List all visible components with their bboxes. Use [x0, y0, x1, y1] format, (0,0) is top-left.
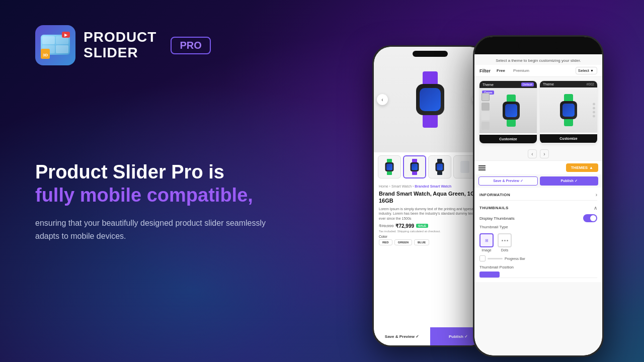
thumbnails-section: THUMBNAILS ∧ Display Thumbnails Thumbnai…: [479, 203, 597, 278]
filter-row: Filter Free Premium Select ▼: [474, 65, 602, 77]
thumb-type-dots[interactable]: Dots: [498, 233, 512, 252]
save-preview-button-left[interactable]: Save & Preview ✓: [374, 327, 430, 345]
3d-badge-text: 3D: [43, 53, 48, 57]
pro-badge: PRO: [171, 37, 210, 54]
phone-notch-left: [413, 51, 448, 57]
pb-checkbox[interactable]: [479, 255, 486, 261]
theme-card-2: Theme #002: [540, 81, 597, 143]
pb-bar-preview: [488, 258, 503, 259]
price-new: ₹72,999: [395, 223, 414, 229]
theme-preview-2: [540, 87, 597, 133]
price-old: ₹78,999: [379, 224, 393, 228]
panel-content: Select a theme to begin customizing your…: [474, 54, 602, 355]
customize-button-2[interactable]: Customize: [540, 134, 597, 143]
notch-pill: [518, 42, 558, 49]
information-row[interactable]: INFORMATION ›: [479, 190, 597, 200]
price-row: ₹78,999 ₹72,999 SALE: [379, 223, 481, 229]
color-blue[interactable]: BLUE: [414, 239, 429, 245]
chevron-down-icon: ›: [596, 192, 597, 198]
headline-purple: fully mobile compatible,: [35, 184, 267, 207]
themes-grid: Theme Default Zoom: [474, 77, 602, 147]
themes-button[interactable]: THEMES ▲: [566, 163, 598, 172]
toggle-thumb: [590, 215, 596, 221]
color-options: RED GREEN BLUE: [379, 239, 481, 245]
play-badge: ▶: [62, 32, 70, 38]
watch-hero: [416, 71, 444, 128]
default-badge: Default: [521, 82, 534, 86]
thumb-3[interactable]: [428, 155, 451, 178]
phone-notch-right: [474, 37, 602, 54]
pb-label: Progress Bar: [505, 257, 525, 260]
theme-preview-1: Zoom: [479, 88, 537, 133]
3d-badge: 3D: [41, 49, 50, 59]
product-desc: Lorem Ipsum is simply dummy text of the …: [379, 207, 481, 221]
information-label: INFORMATION: [479, 193, 510, 197]
color-green[interactable]: GREEN: [394, 239, 412, 245]
theme-side-dots: [593, 103, 595, 118]
theme-header-1: Theme Default: [479, 81, 537, 88]
thumbnails-title-row: THUMBNAILS ∧: [479, 203, 597, 212]
thumb-1[interactable]: [378, 155, 401, 178]
product-title: Brand Smart Watch, Aqua Green, 1GB 16GB: [379, 190, 481, 205]
theme-card-1: Theme Default Zoom: [479, 81, 537, 143]
phone-bottom-bar: Save & Preview ✓ Publish ✓: [374, 327, 487, 345]
thumb-type-dots-box: [498, 233, 512, 247]
position-selector[interactable]: [479, 272, 500, 278]
filter-label: Filter: [479, 68, 491, 73]
thumbnail-type-options: ⊞ Image: [479, 231, 597, 254]
filter-free[interactable]: Free: [495, 67, 507, 74]
display-thumbnails-row: Display Thumbnails: [479, 212, 597, 225]
thumb-type-image[interactable]: ⊞ Image: [479, 233, 494, 252]
chevron-up-icon: ▲: [589, 165, 593, 170]
color-row: Color RED GREEN BLUE: [379, 235, 481, 245]
header: ▶ 3D PRODUCT SLIDER PRO: [35, 25, 211, 65]
logo-title-group: PRODUCT SLIDER PRO: [84, 30, 211, 61]
pag-prev[interactable]: ‹: [528, 149, 537, 158]
app-title: PRODUCT SLIDER: [84, 30, 156, 61]
breadcrumb: Home › Smart Watch › Branded Smart Watch: [379, 185, 481, 188]
thumbnail-position-label: Thumbnail Position: [479, 265, 597, 269]
display-thumbnails-toggle[interactable]: [583, 214, 597, 222]
product-detail: Home › Smart Watch › Branded Smart Watch…: [374, 182, 487, 250]
slider-arrow-left[interactable]: ‹: [377, 94, 388, 105]
settings-panel: INFORMATION › THUMBNAILS ∧ Display Thumb…: [474, 188, 602, 282]
thumbnails-row: [374, 152, 487, 182]
customize-button-1[interactable]: Customize: [479, 135, 537, 143]
phone-right: Select a theme to begin customizing your…: [473, 35, 604, 357]
color-label: Color: [379, 235, 481, 238]
panel-top-text: Select a theme to begin customizing your…: [474, 54, 602, 65]
thumb-type-image-box: ⊞: [479, 233, 494, 247]
display-thumbnails-label: Display Thumbnails: [479, 216, 515, 221]
thumbnails-label: THUMBNAILS: [479, 206, 509, 210]
save-preview-button-right[interactable]: Save & Preview ✓: [478, 176, 538, 186]
publish-button-right[interactable]: Publish ✓: [540, 176, 598, 186]
thumb-2[interactable]: [403, 155, 426, 178]
select-chevron-icon: ▼: [590, 69, 594, 72]
main-content: Product Slider Pro is fully mobile compa…: [35, 161, 267, 242]
filter-select[interactable]: Select ▼: [576, 67, 597, 74]
subtext: ensuring that your beautifully designed …: [35, 217, 267, 242]
product-image-area: ‹ ›: [374, 47, 487, 152]
pag-next[interactable]: ›: [540, 149, 549, 158]
headline-white: Product Slider Pro is: [35, 161, 267, 184]
color-red[interactable]: RED: [379, 239, 392, 245]
tax-info: Tax included. Shipping calculated at che…: [379, 230, 481, 233]
pagination-row: ‹ ›: [474, 147, 602, 160]
theme-header-2: Theme #002: [540, 81, 597, 87]
action-row: Save & Preview ✓ Publish ✓: [474, 174, 602, 188]
filter-premium[interactable]: Premium: [511, 67, 531, 74]
sale-badge: SALE: [416, 224, 428, 228]
hamburger-icon[interactable]: [478, 165, 486, 170]
information-section: INFORMATION ›: [479, 190, 597, 201]
chevron-up-icon-thumb: ∧: [594, 205, 597, 211]
panel-toolbar: THEMES ▲: [474, 160, 602, 174]
phone-left: ‹ ›: [372, 45, 488, 347]
thumbnail-type-label: Thumbnail Type: [479, 225, 597, 229]
phone-screen-left: ‹ ›: [374, 47, 487, 345]
progress-bar-option[interactable]: Progress Bar: [479, 254, 597, 263]
phone-screen-right: Select a theme to begin customizing your…: [474, 37, 602, 355]
logo-box: ▶ 3D: [35, 25, 75, 65]
phones-container: ‹ ›: [347, 15, 629, 357]
